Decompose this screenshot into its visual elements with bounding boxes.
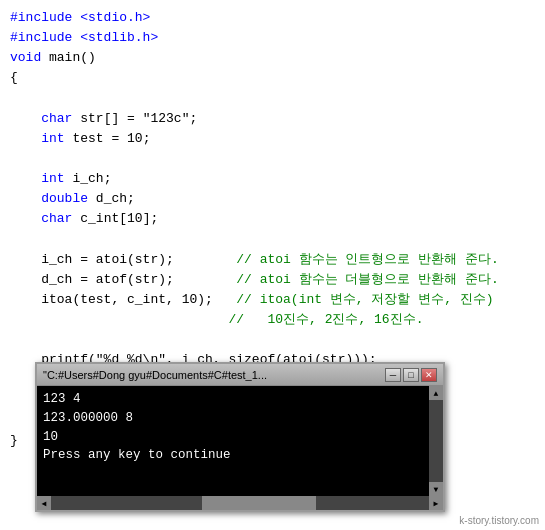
- code-line: {: [10, 68, 535, 88]
- code-token: itoa(test, c_int, 10);: [10, 290, 236, 310]
- code-token: char: [41, 109, 72, 129]
- code-token: [10, 209, 41, 229]
- terminal-line: 123.000000 8: [43, 409, 423, 428]
- code-token: }: [10, 431, 18, 451]
- code-line: [10, 89, 535, 109]
- code-token: void: [10, 48, 41, 68]
- maximize-button[interactable]: □: [403, 368, 419, 382]
- code-line: #include <stdio.h>: [10, 8, 535, 28]
- code-line: int test = 10;: [10, 129, 535, 149]
- hscroll-right-button[interactable]: ▶: [429, 496, 443, 510]
- code-token: int: [41, 129, 64, 149]
- code-token: // atoi 함수는 더블형으로 반환해 준다.: [236, 270, 499, 290]
- code-token: {: [10, 68, 18, 88]
- hscroll-thumb[interactable]: [202, 496, 315, 510]
- code-line: double d_ch;: [10, 189, 535, 209]
- terminal-hscrollbar[interactable]: ◀ ▶: [37, 496, 443, 510]
- minimize-button[interactable]: ─: [385, 368, 401, 382]
- code-token: i_ch = atoi(str);: [10, 250, 236, 270]
- code-line: [10, 230, 535, 250]
- code-line: [10, 330, 535, 350]
- code-token: [10, 169, 41, 189]
- code-line: void main(): [10, 48, 535, 68]
- code-token: c_int[10];: [72, 209, 158, 229]
- code-line: #include <stdlib.h>: [10, 28, 535, 48]
- code-token: double: [41, 189, 88, 209]
- code-token: d_ch;: [88, 189, 135, 209]
- terminal-vscrollbar[interactable]: ▲ ▼: [429, 386, 443, 496]
- code-token: char: [41, 209, 72, 229]
- terminal-scroll-area: 123 4123.000000 810Press any key to cont…: [37, 386, 443, 496]
- code-line: char c_int[10];: [10, 209, 535, 229]
- code-token: #include <stdlib.h>: [10, 28, 158, 48]
- code-token: #include <stdio.h>: [10, 8, 150, 28]
- vscroll-up-button[interactable]: ▲: [429, 386, 443, 400]
- terminal-title: "C:#Users#Dong gyu#Documents#C#test_1...: [43, 369, 385, 381]
- code-line: char str[] = "123c";: [10, 109, 535, 129]
- code-token: [10, 129, 41, 149]
- code-token: i_ch;: [65, 169, 112, 189]
- terminal-line: Press any key to continue: [43, 446, 423, 465]
- terminal-window: "C:#Users#Dong gyu#Documents#C#test_1...…: [35, 362, 445, 512]
- close-button[interactable]: ✕: [421, 368, 437, 382]
- vscroll-down-button[interactable]: ▼: [429, 482, 443, 496]
- terminal-buttons: ─ □ ✕: [385, 368, 437, 382]
- code-token: // atoi 함수는 인트형으로 반환해 준다.: [236, 250, 499, 270]
- code-line: int i_ch;: [10, 169, 535, 189]
- hscroll-left-button[interactable]: ◀: [37, 496, 51, 510]
- code-token: main(): [41, 48, 96, 68]
- hscroll-track[interactable]: [51, 496, 429, 510]
- terminal-line: 10: [43, 428, 423, 447]
- code-token: int: [41, 169, 64, 189]
- code-token: [10, 189, 41, 209]
- code-token: [10, 109, 41, 129]
- code-token: // itoa(int 변수, 저장할 변수, 진수): [236, 290, 493, 310]
- code-token: // 10진수, 2진수, 16진수.: [228, 310, 423, 330]
- code-line: itoa(test, c_int, 10); // itoa(int 변수, 저…: [10, 290, 535, 310]
- terminal-line: 123 4: [43, 390, 423, 409]
- code-token: str[] = "123c";: [72, 109, 197, 129]
- code-line: i_ch = atoi(str); // atoi 함수는 인트형으로 반환해 …: [10, 250, 535, 270]
- code-token: [10, 310, 228, 330]
- code-token: d_ch = atof(str);: [10, 270, 236, 290]
- terminal-text: 123 4123.000000 810Press any key to cont…: [37, 386, 429, 496]
- code-line: // 10진수, 2진수, 16진수.: [10, 310, 535, 330]
- code-line: [10, 149, 535, 169]
- code-token: test = 10;: [65, 129, 151, 149]
- watermark: k-story.tistory.com: [459, 515, 539, 526]
- code-line: d_ch = atof(str); // atoi 함수는 더블형으로 반환해 …: [10, 270, 535, 290]
- terminal-titlebar: "C:#Users#Dong gyu#Documents#C#test_1...…: [37, 364, 443, 386]
- vscroll-track[interactable]: [429, 400, 443, 482]
